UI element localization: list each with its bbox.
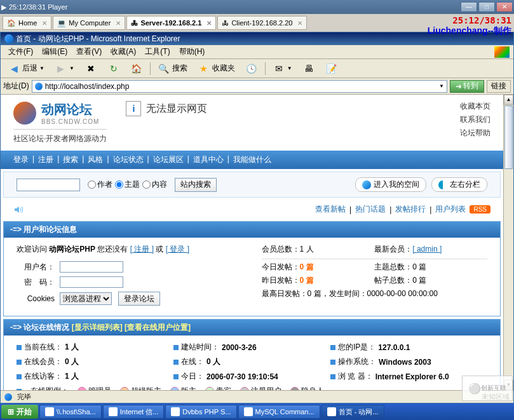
- info-icon: i: [126, 101, 141, 116]
- tab-close-icon[interactable]: ✕: [297, 20, 302, 27]
- cookies-select[interactable]: 浏览器进程: [60, 292, 112, 305]
- password-input[interactable]: [60, 276, 123, 288]
- taskbar-item-active[interactable]: 首页 - 动网...: [321, 405, 384, 419]
- scroll-down-icon[interactable]: ▼: [504, 380, 513, 390]
- search-input[interactable]: [17, 179, 80, 191]
- tab-home[interactable]: 🏠Home✕: [3, 16, 51, 30]
- taskbar-item[interactable]: Dvbbs PHP S...: [165, 405, 236, 419]
- clock-overlay: 25:12/38:31: [452, 15, 511, 25]
- tab-close-icon[interactable]: ✕: [206, 20, 212, 27]
- split-view-button[interactable]: 左右分栏: [431, 177, 487, 192]
- mail-button[interactable]: ✉▼: [268, 60, 297, 77]
- bullet-icon: [330, 374, 335, 379]
- menu-edit[interactable]: 编辑(E): [38, 45, 71, 58]
- bullet-icon: [17, 345, 22, 350]
- maximize-button[interactable]: □: [478, 2, 495, 12]
- logo-tagline: 社区论坛·开发者网络源动力: [13, 129, 107, 144]
- role-supermod-icon: [120, 387, 129, 391]
- nav-bar: 登录 | 注册 | 搜索 | 风格 | 论坛状态 | 论坛展区 | 道具中心 |…: [1, 151, 503, 169]
- back-button[interactable]: ◀后退▼: [3, 60, 49, 77]
- myspace-icon: [362, 180, 371, 189]
- go-button[interactable]: ➜转到: [450, 80, 484, 93]
- links-button[interactable]: 链接: [487, 80, 511, 93]
- address-input-wrapper[interactable]: ▼: [32, 80, 447, 93]
- sublink-users[interactable]: 用户列表: [435, 204, 466, 215]
- radio-subject[interactable]: 主题: [115, 179, 140, 190]
- detail-list-link[interactable]: [显示详细列表]: [72, 323, 123, 332]
- register-link[interactable]: [ 注册 ]: [130, 245, 154, 254]
- history-icon: 🕓: [245, 62, 258, 75]
- nav-style[interactable]: 风格: [88, 154, 103, 165]
- header-link-contact[interactable]: 联系我们: [460, 114, 490, 125]
- role-admin-icon: [78, 387, 86, 391]
- site-search-button[interactable]: 站内搜索: [175, 178, 217, 192]
- tab-mycomputer[interactable]: 💻My Computer✕: [53, 16, 125, 30]
- split-icon: [438, 180, 447, 189]
- role-user-icon: [240, 387, 249, 391]
- menu-tools[interactable]: 工具(T): [141, 45, 173, 58]
- vertical-scrollbar[interactable]: ▲ ▼: [503, 95, 513, 390]
- bullet-icon: [173, 345, 179, 350]
- forum-logo-icon: [13, 102, 36, 125]
- nav-props[interactable]: 道具中心: [193, 154, 224, 165]
- minimize-button[interactable]: —: [461, 2, 477, 12]
- print-icon: 🖶: [302, 62, 315, 75]
- taskbar-item[interactable]: MySQL Comman...: [238, 405, 320, 419]
- tab-client[interactable]: 🖧Client-192.168.2.20✕: [217, 16, 307, 30]
- status-left: 完毕: [17, 392, 31, 402]
- ie-window: 首页 - 动网论坛PHP - Microsoft Internet Explor…: [0, 32, 514, 403]
- favorites-button[interactable]: ★收藏夹: [193, 60, 240, 77]
- menu-favorites[interactable]: 收藏(A): [107, 45, 140, 58]
- nav-login[interactable]: 登录: [13, 154, 29, 165]
- nav-status[interactable]: 论坛状态: [113, 154, 144, 165]
- user-location-link[interactable]: [查看在线用户位置]: [125, 323, 191, 332]
- taskbar-item[interactable]: \\.host\Sha...: [39, 405, 102, 419]
- tab-close-icon[interactable]: ✕: [42, 20, 47, 27]
- nav-search[interactable]: 搜索: [63, 154, 78, 165]
- taskbar: ⊞开始 \\.host\Sha... Internet 信... Dvbbs P…: [0, 403, 514, 420]
- tab-close-icon[interactable]: ✕: [116, 20, 121, 27]
- login-link[interactable]: [ 登录 ]: [166, 245, 189, 254]
- scroll-thumb[interactable]: [504, 105, 513, 169]
- print-button[interactable]: 🖶: [298, 60, 320, 77]
- sublink-newposts[interactable]: 查看新帖: [315, 204, 346, 215]
- home-icon: 🏠: [130, 62, 143, 75]
- login-submit-button[interactable]: 登录论坛: [118, 292, 160, 306]
- scroll-up-icon[interactable]: ▲: [504, 95, 513, 105]
- rss-badge[interactable]: RSS: [470, 205, 490, 213]
- forward-button[interactable]: ▶▼: [50, 60, 79, 77]
- stop-button[interactable]: ✖: [80, 60, 102, 77]
- refresh-button[interactable]: ↻: [103, 60, 125, 77]
- close-button[interactable]: ✕: [496, 2, 513, 12]
- sublink-hot[interactable]: 热门话题: [355, 204, 386, 215]
- address-dropdown-icon[interactable]: ▼: [439, 83, 444, 89]
- tab-server[interactable]: 🖧Server-192.168.2.1✕: [126, 16, 216, 30]
- radio-content[interactable]: 内容: [142, 179, 167, 190]
- nav-register[interactable]: 注册: [38, 154, 53, 165]
- search-button[interactable]: 🔍搜索: [153, 60, 192, 77]
- start-button[interactable]: ⊞开始: [1, 405, 38, 419]
- newest-member-link[interactable]: [ admin ]: [412, 245, 442, 254]
- sublink-rank[interactable]: 发帖排行: [395, 204, 426, 215]
- taskbar-item[interactable]: Internet 信...: [103, 405, 165, 419]
- star-icon: ★: [198, 62, 210, 75]
- nav-whatcanido[interactable]: 我能做什么: [233, 154, 271, 165]
- bullet-icon: [173, 374, 179, 379]
- username-input[interactable]: [60, 261, 123, 273]
- history-button[interactable]: 🕓: [241, 60, 262, 77]
- nav-zone[interactable]: 论坛展区: [153, 154, 184, 165]
- header-link-bookmark[interactable]: 收藏本页: [460, 101, 490, 112]
- myspace-button[interactable]: 进入我的空间: [355, 177, 426, 192]
- header-link-help[interactable]: 论坛帮助: [460, 128, 490, 139]
- speaker-icon: [13, 205, 24, 215]
- menu-view[interactable]: 查看(V): [72, 45, 105, 58]
- address-input[interactable]: [45, 82, 436, 91]
- mail-icon: ✉: [273, 62, 285, 75]
- menu-file[interactable]: 文件(F): [4, 45, 37, 58]
- section-online: -=> 论坛在线情况 [显示详细列表] [查看在线用户位置] 当前在线：1 人 …: [3, 319, 501, 390]
- edit-button[interactable]: 📝: [321, 60, 342, 77]
- bullet-icon: [173, 360, 179, 365]
- home-button[interactable]: 🏠: [126, 60, 147, 77]
- radio-author[interactable]: 作者: [88, 179, 112, 190]
- menu-help[interactable]: 帮助(H): [175, 45, 209, 58]
